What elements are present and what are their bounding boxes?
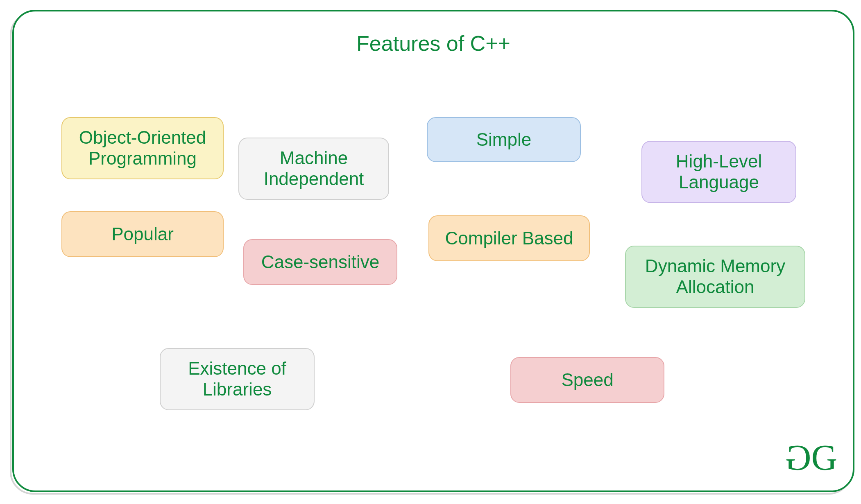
diagram-frame: Features of C++ Object-Oriented Programm… (12, 10, 854, 492)
feature-node-oop: Object-Oriented Programming (61, 117, 224, 179)
feature-node-dynamic-memory-allocation: Dynamic Memory Allocation (625, 246, 805, 308)
feature-node-popular: Popular (61, 211, 224, 257)
logo-glyph-right: G (811, 438, 832, 477)
feature-label: Compiler Based (445, 228, 573, 249)
feature-label: Machine Independent (246, 148, 382, 189)
feature-node-high-level-language: High-Level Language (641, 141, 796, 203)
feature-node-speed: Speed (510, 357, 664, 403)
feature-label: Popular (111, 224, 174, 245)
diagram-title: Features of C++ (14, 31, 853, 56)
feature-label: Simple (476, 129, 532, 150)
feature-label: Dynamic Memory Allocation (632, 256, 798, 297)
feature-node-case-sensitive: Case-sensitive (243, 239, 397, 285)
geeksforgeeks-logo-icon: GG (791, 440, 832, 476)
logo-glyph-left: G (791, 440, 811, 476)
feature-node-existence-of-libraries: Existence of Libraries (160, 348, 315, 410)
feature-node-machine-independent: Machine Independent (238, 138, 389, 200)
feature-node-simple: Simple (427, 117, 581, 162)
feature-node-compiler-based: Compiler Based (428, 215, 590, 261)
feature-label: High-Level Language (649, 151, 789, 192)
feature-label: Case-sensitive (261, 252, 380, 273)
feature-label: Existence of Libraries (167, 358, 307, 400)
feature-label: Speed (561, 370, 613, 391)
feature-label: Object-Oriented Programming (69, 127, 216, 169)
